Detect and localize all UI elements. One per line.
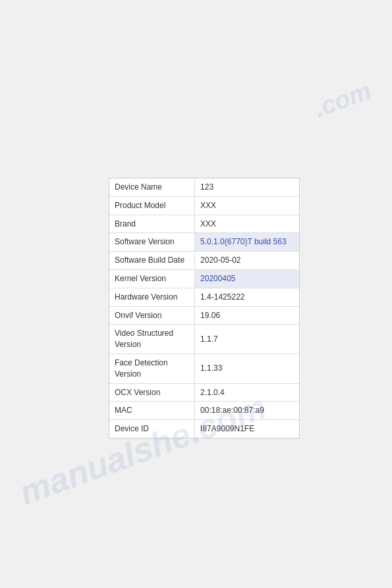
- row-label: Hardware Version: [109, 288, 195, 306]
- row-value: 123: [195, 178, 299, 196]
- table-row: Video Structured Version1.1.7: [109, 325, 299, 354]
- table-row: Product ModelXXX: [109, 196, 299, 215]
- table-row: Onvif Version19.06: [109, 306, 299, 325]
- row-value: XXX: [195, 215, 299, 233]
- table-row: Device IDI87A9009N1FE: [109, 420, 299, 438]
- row-label: Device Name: [109, 178, 195, 196]
- row-label: Device ID: [109, 420, 195, 438]
- row-label: Software Build Date: [109, 252, 195, 270]
- row-value: 1.1.7: [195, 325, 299, 354]
- table-row: BrandXXX: [109, 215, 299, 233]
- table-row: OCX Version2.1.0.4: [109, 383, 299, 402]
- row-value: I87A9009N1FE: [195, 420, 299, 438]
- row-label: Face Detection Version: [109, 354, 195, 383]
- row-value: 19.06: [195, 306, 299, 325]
- device-info-panel: Device Name123Product ModelXXXBrandXXXSo…: [109, 178, 300, 439]
- table-row: Software Version5.0.1.0(6770)T build 563: [109, 233, 299, 252]
- row-value: 2020-05-02: [195, 252, 299, 270]
- row-value: 1.4-1425222: [195, 288, 299, 306]
- device-info-table: Device Name123Product ModelXXXBrandXXXSo…: [109, 178, 299, 438]
- row-value: 1.1.33: [195, 354, 299, 383]
- row-value: 20200405: [195, 269, 299, 288]
- table-row: Hardware Version1.4-1425222: [109, 288, 299, 306]
- table-row: Kernel Version20200405: [109, 269, 299, 288]
- row-value: 00:18:ae:00:87:a9: [195, 402, 299, 420]
- row-label: Kernel Version: [109, 269, 195, 288]
- row-label: Product Model: [109, 196, 195, 215]
- row-value: 2.1.0.4: [195, 383, 299, 402]
- row-value: XXX: [195, 196, 299, 215]
- row-label: Video Structured Version: [109, 325, 195, 354]
- watermark-text2: .com: [311, 76, 376, 123]
- table-row: Face Detection Version1.1.33: [109, 354, 299, 383]
- row-label: MAC: [109, 402, 195, 420]
- row-label: Brand: [109, 215, 195, 233]
- row-value: 5.0.1.0(6770)T build 563: [195, 233, 299, 252]
- row-label: OCX Version: [109, 383, 195, 402]
- table-row: MAC00:18:ae:00:87:a9: [109, 402, 299, 420]
- row-label: Onvif Version: [109, 306, 195, 325]
- row-label: Software Version: [109, 233, 195, 252]
- table-row: Device Name123: [109, 178, 299, 196]
- table-row: Software Build Date2020-05-02: [109, 252, 299, 270]
